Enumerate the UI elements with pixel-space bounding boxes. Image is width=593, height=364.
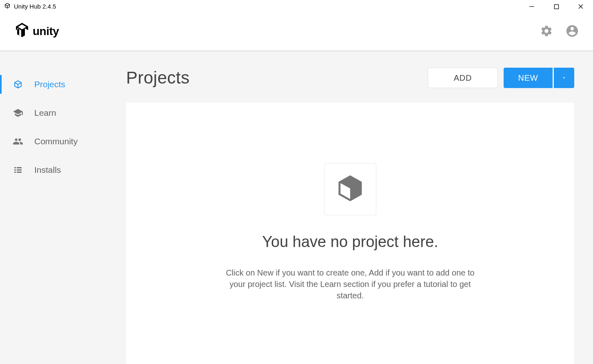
- sidebar-item-label: Community: [34, 137, 78, 146]
- svg-rect-5: [14, 167, 16, 168]
- sidebar-item-installs[interactable]: Installs: [0, 156, 107, 184]
- unity-app-icon: [4, 2, 11, 11]
- main-content: Projects ADD NEW: [107, 51, 593, 364]
- sidebar-item-label: Installs: [34, 165, 61, 175]
- main-header: Projects ADD NEW: [126, 68, 574, 88]
- close-button[interactable]: [569, 0, 593, 13]
- content-panel: You have no project here. Click on New i…: [126, 103, 574, 364]
- add-button-label: ADD: [454, 73, 472, 83]
- empty-state-icon-box: [324, 163, 376, 215]
- sidebar-item-label: Learn: [34, 108, 56, 118]
- new-button-group: NEW: [504, 68, 574, 88]
- sidebar-item-learn[interactable]: Learn: [0, 99, 107, 127]
- account-icon[interactable]: [565, 24, 579, 40]
- svg-rect-10: [17, 172, 22, 173]
- people-icon: [12, 136, 24, 147]
- svg-rect-1: [554, 4, 558, 9]
- window-titlebar: Unity Hub 2.4.5: [0, 0, 593, 13]
- cube-icon: [12, 79, 24, 90]
- window-controls: [520, 0, 593, 13]
- svg-rect-9: [14, 172, 16, 173]
- app-body: Projects Learn Community: [0, 51, 593, 364]
- graduation-cap-icon: [12, 107, 24, 119]
- app-header: unity: [0, 13, 593, 51]
- maximize-button[interactable]: [544, 0, 569, 13]
- minimize-button[interactable]: [520, 0, 544, 13]
- cube-icon: [335, 173, 366, 205]
- titlebar-left: Unity Hub 2.4.5: [4, 2, 56, 11]
- sidebar-item-label: Projects: [34, 79, 65, 89]
- svg-rect-6: [17, 167, 22, 168]
- window-title: Unity Hub 2.4.5: [14, 3, 56, 10]
- sidebar-item-projects[interactable]: Projects: [0, 70, 107, 99]
- gear-icon[interactable]: [540, 24, 553, 39]
- new-button[interactable]: NEW: [504, 68, 553, 88]
- list-icon: [12, 164, 24, 176]
- svg-rect-7: [14, 170, 16, 171]
- new-button-label: NEW: [518, 73, 538, 83]
- svg-rect-8: [17, 170, 22, 171]
- sidebar: Projects Learn Community: [0, 51, 107, 364]
- empty-state-title: You have no project here.: [262, 233, 438, 251]
- page-title: Projects: [126, 68, 190, 88]
- main-actions: ADD NEW: [428, 68, 574, 88]
- svg-text:unity: unity: [33, 25, 59, 38]
- new-dropdown-button[interactable]: [554, 68, 574, 88]
- header-right: [540, 24, 579, 40]
- sidebar-item-community[interactable]: Community: [0, 127, 107, 156]
- chevron-down-icon: [561, 73, 567, 83]
- empty-state-description: Click on New if you want to create one, …: [220, 267, 481, 301]
- unity-logo: unity: [14, 21, 69, 43]
- add-button[interactable]: ADD: [428, 68, 498, 88]
